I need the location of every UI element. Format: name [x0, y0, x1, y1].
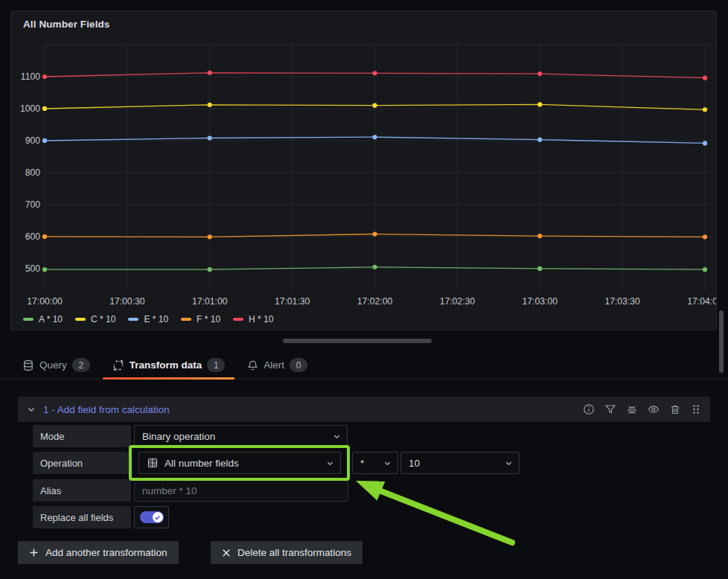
series-point[interactable] — [537, 266, 542, 271]
y-tick-label: 1100 — [21, 71, 40, 82]
panel-title: All Number Fields — [23, 19, 109, 30]
panel-resize-handle[interactable] — [283, 339, 432, 343]
tab-transform-data-label: Transform data — [130, 359, 202, 371]
series-point[interactable] — [703, 107, 707, 112]
x-tick-label: 17:01:00 — [192, 296, 228, 307]
operation-left-value: All number fields — [165, 458, 239, 469]
series-point[interactable] — [372, 135, 377, 139]
legend-label: C * 10 — [91, 314, 115, 324]
database-icon — [22, 359, 34, 371]
legend-item[interactable]: H * 10 — [233, 314, 273, 324]
trash-icon[interactable] — [669, 403, 681, 415]
series-point[interactable] — [372, 103, 377, 108]
legend-label: E * 10 — [144, 314, 168, 324]
x-tick-label: 17:01:30 — [275, 296, 310, 307]
operator-value: * — [360, 458, 364, 469]
alias-label: Alias — [33, 479, 131, 502]
bug-icon[interactable] — [626, 403, 638, 415]
replace-all-fields-toggle[interactable] — [134, 506, 169, 528]
operand-value: 10 — [409, 458, 420, 469]
add-transformation-button[interactable]: Add another transformation — [18, 541, 179, 564]
check-icon — [154, 514, 161, 521]
x-tick-label: 17:02:00 — [357, 296, 393, 307]
series-point[interactable] — [537, 234, 542, 238]
operand-select[interactable]: 10 — [400, 452, 520, 474]
x-icon — [222, 548, 231, 557]
series-point[interactable] — [703, 141, 707, 145]
tab-query-badge: 2 — [72, 358, 90, 372]
legend-swatch — [233, 318, 243, 321]
transformation-title[interactable]: 1 - Add field from calculation — [43, 404, 170, 415]
filter-icon[interactable] — [604, 403, 616, 415]
series-point[interactable] — [372, 265, 377, 269]
series-point[interactable] — [537, 71, 542, 76]
y-tick-label: 600 — [25, 231, 41, 242]
process-icon — [112, 359, 124, 371]
legend-item[interactable]: A * 10 — [23, 314, 63, 324]
chevron-down-icon — [505, 459, 513, 467]
legend-item[interactable]: F * 10 — [181, 314, 220, 324]
replace-all-fields-label: Replace all fields — [33, 506, 131, 528]
chevron-down-icon — [333, 432, 341, 441]
tab-query-label: Query — [39, 359, 67, 371]
tab-alert[interactable]: Alert 0 — [247, 351, 307, 380]
active-tab-underline — [103, 377, 235, 380]
series-point[interactable] — [42, 267, 47, 272]
chevron-down-icon[interactable] — [27, 405, 36, 414]
chevron-down-icon — [383, 459, 392, 467]
legend-swatch — [23, 318, 33, 321]
legend-item[interactable]: C * 10 — [75, 314, 115, 324]
series-point[interactable] — [208, 135, 212, 140]
series-point[interactable] — [42, 106, 47, 111]
tab-alert-label: Alert — [264, 359, 284, 371]
series-point[interactable] — [208, 234, 212, 239]
series-point[interactable] — [208, 267, 212, 272]
operation-left-select[interactable]: All number fields — [138, 452, 341, 474]
legend-label: H * 10 — [249, 314, 273, 324]
series-point[interactable] — [42, 234, 47, 239]
series-point[interactable] — [703, 76, 707, 80]
plus-icon — [29, 548, 39, 557]
operator-select[interactable]: * — [352, 452, 398, 474]
delete-all-transformations-button[interactable]: Delete all transformations — [211, 541, 363, 564]
transformation-header: 1 - Add field from calculation — [18, 397, 710, 422]
x-tick-label: 17:00:30 — [109, 296, 145, 307]
mode-select[interactable]: Binary operation — [134, 425, 348, 447]
series-point[interactable] — [372, 231, 377, 236]
tab-query[interactable]: Query 2 — [22, 351, 90, 380]
editor-tabbar: Query 2 Transform data 1 Alert 0 — [0, 351, 728, 380]
x-tick-label: 17:03:00 — [523, 296, 558, 307]
x-tick-label: 17:02:30 — [440, 296, 476, 307]
toggle-knob — [153, 512, 163, 522]
operation-label: Operation — [33, 452, 131, 474]
mode-label: Mode — [33, 425, 131, 447]
series-point[interactable] — [42, 138, 47, 143]
series-point[interactable] — [208, 103, 212, 107]
timeseries-panel: All Number Fields 17:00:0017:00:3017:01:… — [10, 10, 717, 330]
grip-icon[interactable] — [691, 403, 701, 415]
series-point[interactable] — [42, 74, 47, 79]
chevron-down-icon — [326, 459, 334, 467]
alias-input[interactable] — [142, 485, 340, 496]
tab-alert-badge: 0 — [290, 358, 307, 372]
alias-input-wrapper — [134, 479, 348, 502]
info-circle-icon[interactable] — [583, 403, 595, 415]
tab-transform-data[interactable]: Transform data 1 — [112, 351, 226, 380]
y-tick-label: 900 — [25, 135, 41, 146]
series-point[interactable] — [703, 267, 707, 272]
chart-canvas[interactable]: 17:00:0017:00:3017:01:0017:01:3017:02:00… — [11, 11, 717, 330]
series-point[interactable] — [372, 71, 377, 75]
calculator-icon — [147, 457, 159, 469]
series-point[interactable] — [208, 71, 212, 75]
series-point[interactable] — [537, 102, 542, 106]
x-tick-label: 17:00:00 — [27, 296, 63, 307]
series-point[interactable] — [537, 138, 542, 142]
y-tick-label: 700 — [25, 199, 41, 210]
series-point[interactable] — [703, 234, 707, 239]
y-tick-label: 500 — [25, 263, 41, 274]
eye-icon[interactable] — [648, 403, 660, 415]
legend-item[interactable]: E * 10 — [128, 314, 168, 324]
legend-label: F * 10 — [197, 314, 220, 324]
legend-label: A * 10 — [39, 314, 63, 324]
x-tick-label: 17:03:30 — [604, 296, 640, 307]
